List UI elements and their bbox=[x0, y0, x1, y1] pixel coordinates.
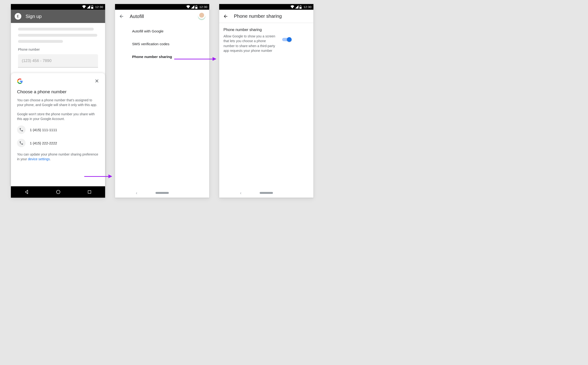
phone-option-label: 1 (415) 111-1111 bbox=[30, 128, 57, 132]
phone-option-label: 1 (415) 222-2222 bbox=[30, 141, 57, 145]
clock: 12:30 bbox=[199, 5, 207, 9]
svg-rect-4 bbox=[88, 190, 91, 193]
field-label: Phone number bbox=[18, 48, 98, 51]
settings-body: Phone number sharing Allow Google to sho… bbox=[219, 23, 313, 58]
menu: Autofill with Google SMS verification co… bbox=[115, 23, 209, 63]
menu-item-sms-codes[interactable]: SMS verification codes bbox=[115, 38, 209, 50]
appbar: Phone number sharing bbox=[219, 10, 313, 23]
placeholder-line bbox=[18, 34, 97, 37]
clock: 12:30 bbox=[303, 5, 312, 9]
wifi-icon bbox=[290, 5, 294, 8]
menu-item-phone-sharing[interactable]: Phone number sharing bbox=[115, 50, 209, 63]
nav-home-icon[interactable] bbox=[56, 190, 61, 194]
nav-back-icon[interactable]: ‹ bbox=[240, 190, 241, 196]
battery-icon bbox=[195, 5, 197, 9]
placeholder-line bbox=[18, 40, 63, 43]
nav-home-pill[interactable] bbox=[155, 192, 169, 194]
clock: 12:30 bbox=[95, 5, 103, 9]
phone-icon bbox=[17, 139, 26, 147]
cell-icon bbox=[191, 5, 194, 8]
phone-option[interactable]: 1 (415) 222-2222 bbox=[17, 139, 99, 147]
svg-rect-2 bbox=[91, 7, 93, 8]
nav-back-icon[interactable]: ‹ bbox=[136, 190, 137, 196]
cell-icon bbox=[87, 5, 90, 8]
content: Phone number bbox=[11, 23, 105, 67]
sheet-para: You can choose a phone number that's ass… bbox=[17, 98, 99, 107]
back-arrow-icon[interactable] bbox=[223, 14, 228, 19]
settings-row-phone-sharing[interactable]: Phone number sharing Allow Google to sho… bbox=[224, 28, 309, 53]
appbar-title: Autofill bbox=[130, 14, 144, 19]
appbar: Autofill bbox=[115, 10, 209, 23]
nav-bar bbox=[11, 186, 105, 198]
phone-option[interactable]: 1 (415) 111-1111 bbox=[17, 126, 99, 134]
annotation-arrow bbox=[174, 59, 216, 59]
sheet-footer: You can update your phone number sharing… bbox=[17, 152, 99, 162]
battery-icon bbox=[91, 5, 93, 9]
device-settings-link[interactable]: device settings bbox=[28, 157, 50, 161]
placeholder-line bbox=[18, 28, 94, 30]
status-bar: 12:30 bbox=[11, 4, 105, 10]
wifi-icon bbox=[186, 5, 190, 8]
wifi-icon bbox=[82, 5, 86, 8]
app-icon: E bbox=[15, 13, 21, 20]
phone-autofill: 12:30 Autofill Autofill with Google SMS … bbox=[115, 4, 209, 198]
toggle-switch[interactable] bbox=[282, 37, 292, 42]
phone-signup: 12:30 E Sign up Phone number ✕ Choose a … bbox=[11, 4, 105, 198]
sheet-para: Google won't store the phone number you … bbox=[17, 112, 99, 121]
bottom-sheet: ✕ Choose a phone number You can choose a… bbox=[11, 73, 105, 186]
close-icon[interactable]: ✕ bbox=[95, 79, 99, 84]
nav-recent-icon[interactable] bbox=[87, 190, 92, 194]
avatar[interactable] bbox=[198, 13, 205, 20]
svg-rect-10 bbox=[300, 7, 301, 8]
back-arrow-icon[interactable] bbox=[119, 14, 124, 19]
status-bar: 12:30 bbox=[115, 4, 209, 10]
setting-title: Phone number sharing bbox=[224, 28, 278, 32]
appbar: E Sign up bbox=[11, 10, 105, 23]
svg-point-3 bbox=[56, 190, 60, 194]
phone-icon bbox=[17, 126, 26, 134]
phone-sharing-settings: 12:30 Phone number sharing Phone number … bbox=[219, 4, 313, 198]
svg-rect-7 bbox=[195, 7, 197, 8]
nav-back-icon[interactable] bbox=[24, 190, 29, 194]
appbar-title: Phone number sharing bbox=[234, 14, 282, 19]
menu-item-autofill-google[interactable]: Autofill with Google bbox=[115, 25, 209, 38]
gesture-nav: ‹ bbox=[115, 188, 209, 198]
cell-icon bbox=[295, 5, 299, 8]
appbar-title: Sign up bbox=[26, 14, 42, 19]
annotation-arrow bbox=[84, 176, 112, 177]
google-logo-icon bbox=[17, 78, 23, 84]
gesture-nav: ‹ bbox=[219, 188, 313, 198]
nav-home-pill[interactable] bbox=[260, 192, 273, 194]
battery-icon bbox=[300, 5, 301, 9]
phone-input[interactable] bbox=[18, 54, 98, 67]
setting-description: Allow Google to show you a screen that l… bbox=[224, 34, 278, 53]
status-bar: 12:30 bbox=[219, 4, 313, 10]
sheet-title: Choose a phone number bbox=[17, 89, 99, 94]
